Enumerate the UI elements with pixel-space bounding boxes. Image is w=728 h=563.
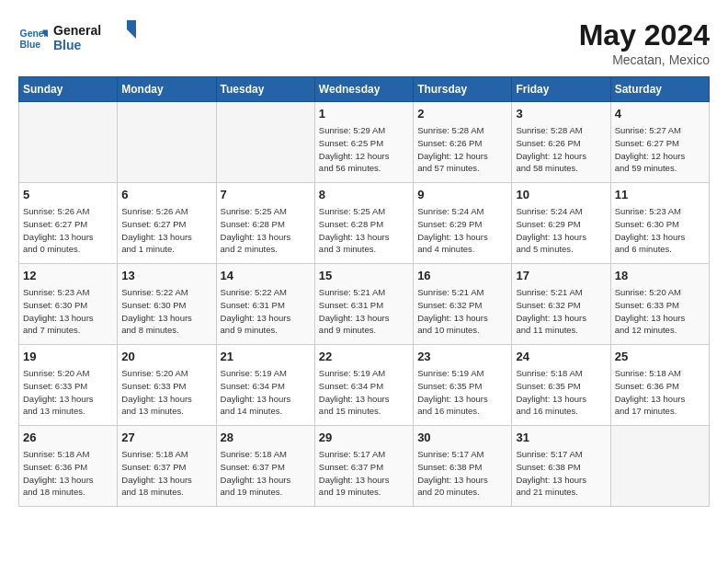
day-number: 28 xyxy=(221,430,311,446)
day-info: Sunrise: 5:26 AM Sunset: 6:27 PM Dayligh… xyxy=(23,205,113,256)
calendar-cell: 25Sunrise: 5:18 AM Sunset: 6:36 PM Dayli… xyxy=(610,345,709,426)
day-info: Sunrise: 5:17 AM Sunset: 6:37 PM Dayligh… xyxy=(319,448,409,499)
calendar-cell: 7Sunrise: 5:25 AM Sunset: 6:28 PM Daylig… xyxy=(216,183,314,264)
calendar-table: SundayMondayTuesdayWednesdayThursdayFrid… xyxy=(18,76,710,507)
day-info: Sunrise: 5:18 AM Sunset: 6:37 PM Dayligh… xyxy=(121,448,211,499)
calendar-cell: 16Sunrise: 5:21 AM Sunset: 6:32 PM Dayli… xyxy=(414,264,512,345)
calendar-week-1: 1Sunrise: 5:29 AM Sunset: 6:25 PM Daylig… xyxy=(19,102,710,183)
day-number: 12 xyxy=(23,268,113,284)
header-friday: Friday xyxy=(512,77,610,102)
day-number: 26 xyxy=(23,430,113,446)
svg-marker-6 xyxy=(127,20,136,39)
day-info: Sunrise: 5:22 AM Sunset: 6:31 PM Dayligh… xyxy=(221,286,311,337)
day-info: Sunrise: 5:23 AM Sunset: 6:30 PM Dayligh… xyxy=(23,286,113,337)
calendar-cell: 21Sunrise: 5:19 AM Sunset: 6:34 PM Dayli… xyxy=(216,345,314,426)
day-info: Sunrise: 5:20 AM Sunset: 6:33 PM Dayligh… xyxy=(23,367,113,418)
day-number: 22 xyxy=(319,349,409,365)
calendar-cell: 13Sunrise: 5:22 AM Sunset: 6:30 PM Dayli… xyxy=(118,264,216,345)
calendar-cell: 19Sunrise: 5:20 AM Sunset: 6:33 PM Dayli… xyxy=(19,345,118,426)
calendar-cell: 10Sunrise: 5:24 AM Sunset: 6:29 PM Dayli… xyxy=(512,183,610,264)
calendar-cell: 9Sunrise: 5:24 AM Sunset: 6:29 PM Daylig… xyxy=(414,183,512,264)
day-info: Sunrise: 5:18 AM Sunset: 6:37 PM Dayligh… xyxy=(221,448,311,499)
day-info: Sunrise: 5:27 AM Sunset: 6:27 PM Dayligh… xyxy=(615,124,705,175)
day-number: 17 xyxy=(516,268,606,284)
day-info: Sunrise: 5:21 AM Sunset: 6:32 PM Dayligh… xyxy=(417,286,507,337)
day-info: Sunrise: 5:20 AM Sunset: 6:33 PM Dayligh… xyxy=(615,286,705,337)
header-wednesday: Wednesday xyxy=(314,77,413,102)
day-info: Sunrise: 5:26 AM Sunset: 6:27 PM Dayligh… xyxy=(121,205,211,256)
calendar-cell: 1Sunrise: 5:29 AM Sunset: 6:25 PM Daylig… xyxy=(314,102,413,183)
day-number: 7 xyxy=(221,187,311,203)
day-info: Sunrise: 5:28 AM Sunset: 6:26 PM Dayligh… xyxy=(516,124,606,175)
day-info: Sunrise: 5:17 AM Sunset: 6:38 PM Dayligh… xyxy=(417,448,507,499)
day-info: Sunrise: 5:19 AM Sunset: 6:34 PM Dayligh… xyxy=(319,367,409,418)
day-info: Sunrise: 5:24 AM Sunset: 6:29 PM Dayligh… xyxy=(417,205,507,256)
day-info: Sunrise: 5:18 AM Sunset: 6:35 PM Dayligh… xyxy=(516,367,606,418)
day-number: 24 xyxy=(516,349,606,365)
calendar-cell: 23Sunrise: 5:19 AM Sunset: 6:35 PM Dayli… xyxy=(414,345,512,426)
day-info: Sunrise: 5:22 AM Sunset: 6:30 PM Dayligh… xyxy=(121,286,211,337)
day-info: Sunrise: 5:23 AM Sunset: 6:30 PM Dayligh… xyxy=(615,205,705,256)
calendar-cell: 6Sunrise: 5:26 AM Sunset: 6:27 PM Daylig… xyxy=(118,183,216,264)
day-number: 4 xyxy=(615,106,705,122)
day-info: Sunrise: 5:21 AM Sunset: 6:31 PM Dayligh… xyxy=(319,286,409,337)
header-tuesday: Tuesday xyxy=(216,77,314,102)
header-thursday: Thursday xyxy=(414,77,512,102)
day-number: 18 xyxy=(615,268,705,284)
day-number: 11 xyxy=(615,187,705,203)
day-number: 8 xyxy=(319,187,409,203)
location: Mecatan, Mexico xyxy=(579,52,710,67)
calendar-cell: 15Sunrise: 5:21 AM Sunset: 6:31 PM Dayli… xyxy=(314,264,413,345)
calendar-cell xyxy=(610,426,709,507)
header-saturday: Saturday xyxy=(610,77,709,102)
calendar-cell: 12Sunrise: 5:23 AM Sunset: 6:30 PM Dayli… xyxy=(19,264,118,345)
calendar-cell: 28Sunrise: 5:18 AM Sunset: 6:37 PM Dayli… xyxy=(216,426,314,507)
day-info: Sunrise: 5:21 AM Sunset: 6:32 PM Dayligh… xyxy=(516,286,606,337)
month-title: May 2024 xyxy=(579,18,710,52)
page-header: General Blue General Blue General Blue M… xyxy=(18,18,710,67)
day-info: Sunrise: 5:25 AM Sunset: 6:28 PM Dayligh… xyxy=(319,205,409,256)
day-number: 21 xyxy=(221,349,311,365)
svg-text:General: General xyxy=(53,23,101,38)
calendar-week-3: 12Sunrise: 5:23 AM Sunset: 6:30 PM Dayli… xyxy=(19,264,710,345)
day-number: 27 xyxy=(121,430,211,446)
day-info: Sunrise: 5:18 AM Sunset: 6:36 PM Dayligh… xyxy=(615,367,705,418)
calendar-cell: 30Sunrise: 5:17 AM Sunset: 6:38 PM Dayli… xyxy=(414,426,512,507)
day-number: 20 xyxy=(121,349,211,365)
calendar-cell: 11Sunrise: 5:23 AM Sunset: 6:30 PM Dayli… xyxy=(610,183,709,264)
day-number: 29 xyxy=(319,430,409,446)
day-number: 14 xyxy=(221,268,311,284)
day-number: 16 xyxy=(417,268,507,284)
calendar-cell xyxy=(118,102,216,183)
calendar-cell: 20Sunrise: 5:20 AM Sunset: 6:33 PM Dayli… xyxy=(118,345,216,426)
day-info: Sunrise: 5:24 AM Sunset: 6:29 PM Dayligh… xyxy=(516,205,606,256)
day-info: Sunrise: 5:20 AM Sunset: 6:33 PM Dayligh… xyxy=(121,367,211,418)
calendar-header-row: SundayMondayTuesdayWednesdayThursdayFrid… xyxy=(19,77,710,102)
day-number: 31 xyxy=(516,430,606,446)
calendar-cell: 24Sunrise: 5:18 AM Sunset: 6:35 PM Dayli… xyxy=(512,345,610,426)
day-number: 9 xyxy=(417,187,507,203)
calendar-cell: 22Sunrise: 5:19 AM Sunset: 6:34 PM Dayli… xyxy=(314,345,413,426)
day-info: Sunrise: 5:28 AM Sunset: 6:26 PM Dayligh… xyxy=(417,124,507,175)
svg-text:Blue: Blue xyxy=(20,40,41,50)
day-number: 10 xyxy=(516,187,606,203)
calendar-cell: 17Sunrise: 5:21 AM Sunset: 6:32 PM Dayli… xyxy=(512,264,610,345)
day-info: Sunrise: 5:17 AM Sunset: 6:38 PM Dayligh… xyxy=(516,448,606,499)
calendar-cell: 2Sunrise: 5:28 AM Sunset: 6:26 PM Daylig… xyxy=(414,102,512,183)
calendar-cell: 14Sunrise: 5:22 AM Sunset: 6:31 PM Dayli… xyxy=(216,264,314,345)
calendar-cell: 29Sunrise: 5:17 AM Sunset: 6:37 PM Dayli… xyxy=(314,426,413,507)
calendar-cell xyxy=(19,102,118,183)
calendar-cell: 18Sunrise: 5:20 AM Sunset: 6:33 PM Dayli… xyxy=(610,264,709,345)
day-number: 23 xyxy=(417,349,507,365)
calendar-cell: 31Sunrise: 5:17 AM Sunset: 6:38 PM Dayli… xyxy=(512,426,610,507)
day-info: Sunrise: 5:19 AM Sunset: 6:35 PM Dayligh… xyxy=(417,367,507,418)
calendar-week-4: 19Sunrise: 5:20 AM Sunset: 6:33 PM Dayli… xyxy=(19,345,710,426)
header-sunday: Sunday xyxy=(19,77,118,102)
calendar-cell: 4Sunrise: 5:27 AM Sunset: 6:27 PM Daylig… xyxy=(610,102,709,183)
day-number: 25 xyxy=(615,349,705,365)
calendar-week-2: 5Sunrise: 5:26 AM Sunset: 6:27 PM Daylig… xyxy=(19,183,710,264)
day-number: 1 xyxy=(319,106,409,122)
day-number: 5 xyxy=(23,187,113,203)
logo-icon: General Blue xyxy=(18,24,48,53)
day-info: Sunrise: 5:18 AM Sunset: 6:36 PM Dayligh… xyxy=(23,448,113,499)
